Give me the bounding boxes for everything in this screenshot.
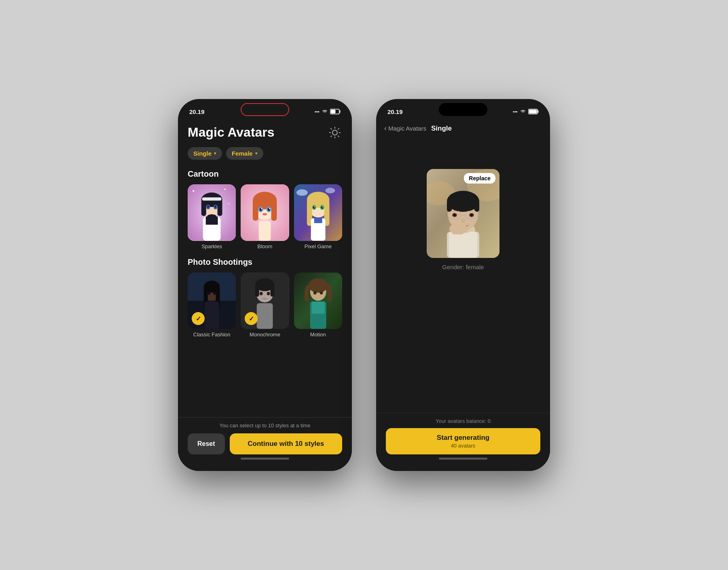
svg-rect-101 bbox=[456, 226, 459, 234]
generate-sub: 40 avatars bbox=[451, 443, 476, 449]
svg-point-37 bbox=[296, 189, 308, 196]
motion-art bbox=[294, 272, 342, 329]
sparkles-img: ✦ ✦ ✦ bbox=[188, 184, 236, 241]
svg-point-61 bbox=[214, 292, 216, 295]
svg-point-68 bbox=[260, 292, 263, 296]
svg-rect-1 bbox=[340, 110, 341, 113]
female-filter[interactable]: Female ▾ bbox=[226, 147, 263, 160]
svg-rect-75 bbox=[311, 302, 324, 314]
page-title: Magic Avatars bbox=[188, 125, 275, 140]
svg-text:✿: ✿ bbox=[243, 193, 250, 202]
monochrome-img: ✓ bbox=[241, 272, 289, 329]
bloom-art: ✿ ✿ ✿ bbox=[241, 184, 289, 241]
svg-rect-79 bbox=[538, 110, 539, 113]
bloom-card[interactable]: ✿ ✿ ✿ bbox=[241, 184, 289, 249]
generate-button[interactable]: Start generating 40 avatars bbox=[386, 428, 540, 454]
gender-label: Gender: female bbox=[442, 264, 484, 270]
phone-2: 20.19 ▪▪▪ ‹ Magic Avatars Single bbox=[376, 99, 550, 471]
svg-rect-26 bbox=[253, 201, 258, 221]
svg-point-38 bbox=[325, 188, 335, 193]
phone-1: 20.19 ▪▪▪ Magic Avatars bbox=[178, 99, 352, 471]
wifi-icon-1 bbox=[322, 109, 328, 114]
svg-point-15 bbox=[215, 205, 216, 208]
female-label: Female bbox=[232, 150, 253, 157]
svg-rect-59 bbox=[205, 302, 219, 329]
svg-point-97 bbox=[453, 214, 456, 216]
classic-fashion-label: Classic Fashion bbox=[188, 331, 236, 338]
wifi-icon-2 bbox=[520, 109, 526, 114]
settings-icon[interactable] bbox=[328, 125, 342, 140]
balance-label: Your avatars balance: 0 bbox=[386, 418, 540, 424]
generate-label: Start generating bbox=[437, 434, 489, 442]
svg-point-76 bbox=[313, 291, 316, 295]
single-label: Single bbox=[193, 150, 212, 157]
pixel-game-img bbox=[294, 184, 342, 241]
back-button[interactable]: ‹ Magic Avatars bbox=[384, 124, 426, 133]
bloom-label: Bloom bbox=[241, 243, 289, 249]
bottom-buttons: Reset Continue with 10 styles bbox=[188, 433, 342, 454]
nav-title: Single bbox=[431, 125, 452, 133]
svg-point-48 bbox=[322, 206, 323, 207]
reset-button[interactable]: Reset bbox=[188, 433, 225, 454]
monochrome-card[interactable]: ✓ Monochrome bbox=[241, 272, 289, 338]
status-time-1: 20.19 bbox=[189, 108, 205, 115]
pixel-game-card[interactable]: Pixel Game bbox=[294, 184, 342, 249]
battery-icon-1 bbox=[330, 109, 341, 114]
phone1-bottom-bar: You can select up to 10 styles at a time… bbox=[178, 417, 352, 471]
home-indicator-1 bbox=[241, 458, 289, 460]
svg-rect-80 bbox=[529, 110, 537, 114]
svg-rect-102 bbox=[460, 226, 463, 234]
classic-fashion-img: ✓ bbox=[188, 272, 236, 329]
single-arrow: ▾ bbox=[214, 151, 216, 156]
continue-button[interactable]: Continue with 10 styles bbox=[230, 433, 342, 454]
status-icons-2: ▪▪▪ bbox=[513, 109, 539, 114]
svg-rect-86 bbox=[449, 232, 477, 258]
svg-rect-27 bbox=[271, 201, 277, 221]
svg-rect-100 bbox=[453, 226, 456, 234]
sparkles-art: ✦ ✦ ✦ bbox=[188, 184, 236, 241]
svg-rect-2 bbox=[331, 110, 336, 114]
svg-rect-90 bbox=[447, 201, 452, 212]
svg-point-32 bbox=[261, 208, 262, 209]
svg-point-33 bbox=[269, 208, 270, 209]
photo-shootings-label: Photo Shootings bbox=[188, 258, 342, 267]
portrait-area: Replace Gender: female bbox=[376, 169, 550, 270]
pixel-game-art bbox=[294, 184, 342, 241]
photo-grid: ✓ Classic Fashion bbox=[188, 272, 342, 338]
replace-button[interactable]: Replace bbox=[464, 173, 495, 184]
filter-row: Single ▾ Female ▾ bbox=[188, 147, 342, 160]
cartoon-grid: ✦ ✦ ✦ bbox=[188, 184, 342, 249]
status-time-2: 20.19 bbox=[387, 108, 403, 115]
svg-point-19 bbox=[207, 214, 217, 219]
svg-point-47 bbox=[314, 206, 315, 207]
svg-text:✿: ✿ bbox=[249, 232, 254, 238]
svg-text:✦: ✦ bbox=[224, 188, 226, 191]
motion-label: Motion bbox=[294, 331, 342, 338]
motion-img bbox=[294, 272, 342, 329]
classic-fashion-card[interactable]: ✓ Classic Fashion bbox=[188, 272, 236, 338]
svg-rect-10 bbox=[201, 200, 206, 216]
svg-rect-11 bbox=[218, 200, 222, 216]
svg-point-77 bbox=[320, 291, 323, 295]
home-indicator-2 bbox=[439, 458, 487, 460]
svg-point-73 bbox=[308, 278, 328, 293]
svg-point-14 bbox=[207, 205, 209, 208]
svg-rect-65 bbox=[255, 285, 259, 297]
sparkles-card[interactable]: ✦ ✦ ✦ bbox=[188, 184, 236, 249]
svg-point-34 bbox=[262, 213, 267, 215]
back-text: Magic Avatars bbox=[388, 125, 426, 132]
svg-text:✦: ✦ bbox=[228, 203, 230, 205]
portrait-frame: Replace bbox=[427, 169, 499, 258]
svg-point-69 bbox=[267, 292, 270, 296]
svg-point-98 bbox=[470, 214, 473, 216]
page-header: Magic Avatars bbox=[188, 125, 342, 140]
svg-rect-67 bbox=[257, 303, 273, 329]
svg-text:✦: ✦ bbox=[192, 189, 195, 193]
female-arrow: ▾ bbox=[255, 151, 258, 156]
motion-card[interactable]: Motion bbox=[294, 272, 342, 338]
select-hint: You can select up to 10 styles at a time bbox=[188, 422, 342, 429]
monochrome-label: Monochrome bbox=[241, 331, 289, 338]
pixel-game-label: Pixel Game bbox=[294, 243, 342, 249]
svg-rect-66 bbox=[271, 285, 275, 297]
single-filter[interactable]: Single ▾ bbox=[188, 147, 222, 160]
